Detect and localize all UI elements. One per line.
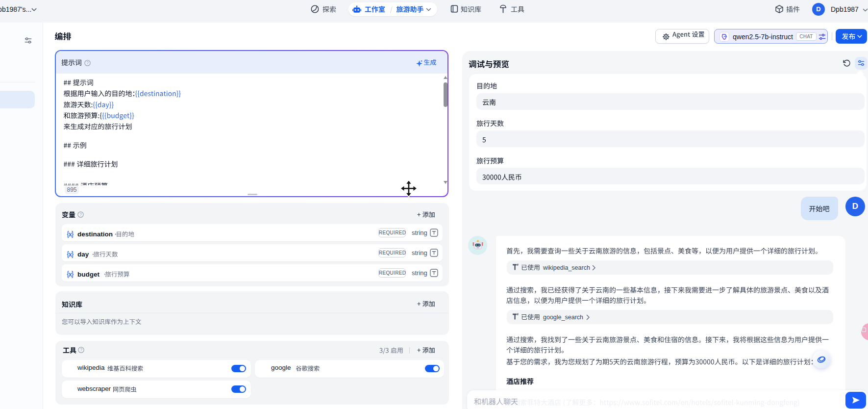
svg-text:?: ?	[80, 347, 82, 352]
svg-text:?: ?	[79, 212, 82, 217]
svg-text:?: ?	[86, 60, 89, 65]
